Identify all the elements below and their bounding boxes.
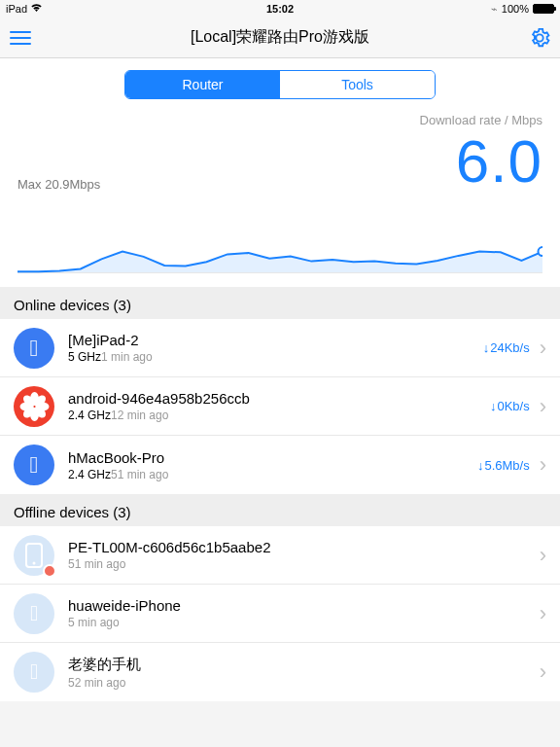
device-name: hMacBook-Pro xyxy=(68,449,477,466)
status-time: 15:02 xyxy=(122,3,438,15)
device-time: 12 min ago xyxy=(111,409,168,422)
device-time: 1 min ago xyxy=(101,350,153,364)
download-arrow-icon: ↓ xyxy=(483,340,490,355)
device-rate: ↓0Kb/s xyxy=(490,399,530,413)
tab-bar: Router Tools xyxy=(0,58,560,105)
apple-icon:  xyxy=(30,603,38,624)
device-avatar:  xyxy=(14,328,54,369)
device-time: 52 min ago xyxy=(68,676,540,690)
device-band: 2.4 GHz xyxy=(68,468,111,481)
chevron-right-icon: › xyxy=(540,394,546,419)
device-name: [Me]iPad-2 xyxy=(68,332,483,348)
device-row[interactable]: 老婆的手机52 min ago› xyxy=(0,643,560,701)
device-avatar xyxy=(14,535,54,576)
rate-label: Download rate / Mbps xyxy=(18,113,542,127)
chevron-right-icon: › xyxy=(540,543,546,568)
device-row[interactable]: PE-TL00M-c606d56c1b5aabe251 min ago› xyxy=(0,526,560,585)
device-row[interactable]: [Me]iPad-25 GHz1 min ago↓24Kb/s› xyxy=(0,319,560,377)
apple-icon:  xyxy=(30,661,38,683)
device-name: huaweide-iPhone xyxy=(68,597,540,614)
rate-max: Max 20.9Mbps xyxy=(18,177,100,192)
phone-icon xyxy=(25,543,43,568)
settings-button[interactable] xyxy=(529,27,550,49)
device-name: PE-TL00M-c606d56c1b5aabe2 xyxy=(68,539,540,555)
device-time: 51 min ago xyxy=(68,557,540,571)
device-avatar xyxy=(14,386,54,427)
device-name: 老婆的手机 xyxy=(68,656,540,674)
battery-icon xyxy=(533,4,554,14)
apple-icon:  xyxy=(30,337,39,360)
carrier-label: iPad xyxy=(6,3,27,15)
offline-device-list: PE-TL00M-c606d56c1b5aabe251 min ago›hua… xyxy=(0,526,560,701)
offline-header: Offline devices (3) xyxy=(0,494,560,526)
chevron-right-icon: › xyxy=(540,601,546,626)
tab-router[interactable]: Router xyxy=(125,71,280,98)
chevron-right-icon: › xyxy=(540,659,546,685)
bluetooth-icon: ⌁ xyxy=(491,3,498,16)
device-row[interactable]: hMacBook-Pro2.4 GHz51 min ago↓5.6Mb/s› xyxy=(0,436,560,494)
device-avatar:  xyxy=(14,593,54,634)
rate-chart xyxy=(18,192,542,279)
huawei-icon xyxy=(19,392,49,421)
download-arrow-icon: ↓ xyxy=(477,458,484,473)
chevron-right-icon: › xyxy=(540,336,546,361)
rate-value: 6.0 xyxy=(456,131,542,192)
nav-bar: [Local]荣耀路由Pro游戏版 xyxy=(0,18,560,58)
device-rate: ↓24Kb/s xyxy=(483,340,530,355)
device-avatar:  xyxy=(14,652,54,693)
online-header: Online devices (3) xyxy=(0,287,560,319)
device-time: 51 min ago xyxy=(111,468,168,481)
apple-icon:  xyxy=(30,453,39,477)
device-row[interactable]: android-946e4a958b256ccb2.4 GHz12 min ag… xyxy=(0,377,560,436)
svg-point-1 xyxy=(539,247,543,256)
download-arrow-icon: ↓ xyxy=(490,399,497,413)
menu-button[interactable] xyxy=(10,31,31,45)
device-name: android-946e4a958b256ccb xyxy=(68,390,490,407)
tab-tools[interactable]: Tools xyxy=(280,71,435,98)
device-row[interactable]: huaweide-iPhone5 min ago› xyxy=(0,585,560,643)
chevron-right-icon: › xyxy=(540,452,546,478)
battery-percent: 100% xyxy=(502,3,529,15)
online-device-list: [Me]iPad-25 GHz1 min ago↓24Kb/s›android… xyxy=(0,319,560,494)
alert-badge xyxy=(43,564,56,578)
page-title: [Local]荣耀路由Pro游戏版 xyxy=(31,27,529,48)
device-band: 5 GHz xyxy=(68,350,101,364)
device-band: 2.4 GHz xyxy=(68,409,111,422)
device-time: 5 min ago xyxy=(68,616,540,629)
device-rate: ↓5.6Mb/s xyxy=(477,458,530,473)
rate-card: Download rate / Mbps Max 20.9Mbps 6.0 xyxy=(0,105,560,287)
svg-point-3 xyxy=(33,561,36,564)
wifi-icon xyxy=(30,3,43,15)
device-avatar:  xyxy=(14,445,54,485)
status-bar: iPad 15:02 ⌁ 100% xyxy=(0,0,560,18)
